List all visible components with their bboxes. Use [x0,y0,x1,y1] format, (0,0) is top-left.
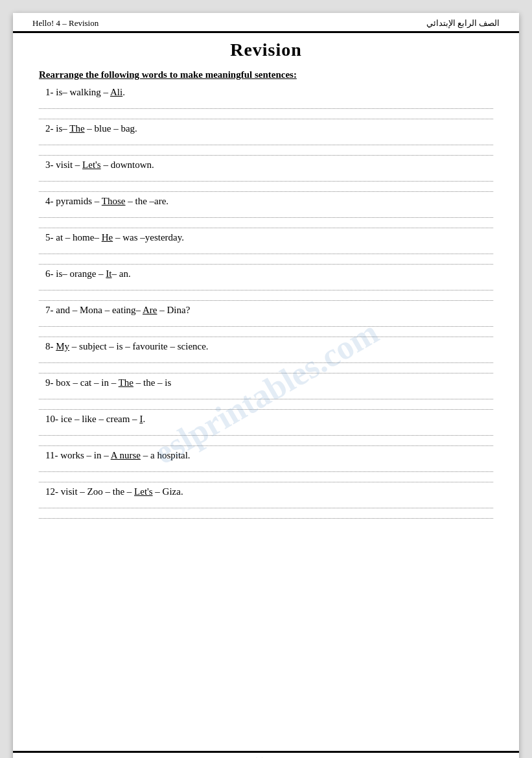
exercise-underlined: Are [143,305,157,315]
dotted-line [39,292,493,301]
exercise-underlined: The [119,377,133,388]
dotted-line [39,110,493,119]
worksheet-page: eslprintables.com Hello! 4 – Revision ال… [13,13,519,758]
dotted-answer-lines [39,427,493,446]
exercise-underlined: Ali [110,87,122,97]
exercise-text: is– orange – [56,268,106,279]
exercise-text: is– [56,123,69,134]
dotted-answer-lines [39,245,493,265]
footer: The Ghost Series (1) Mr. Mohamed Salah [13,751,519,758]
exercise-underlined: My [56,341,69,351]
exercise-line: 7- and – Mona – eating– Are – Dina? [39,305,493,316]
exercise-line: 1- is– walking – Ali. [39,87,493,98]
dotted-line [39,219,493,228]
exercise-rest: – a hospital. [141,450,191,460]
exercise-text: visit – [56,160,82,170]
exercise-rest: – the –are. [125,196,168,206]
exercise-item: 5- at – home– He – was –yesterday. [39,232,493,265]
dotted-answer-lines [39,499,493,519]
exercise-number: 11- [45,450,60,460]
exercise-text: works – in – [60,450,111,460]
exercise-rest: . [143,414,145,424]
dotted-line [39,364,493,373]
exercise-line: 11- works – in – A nurse – a hospital. [39,450,493,461]
exercise-text: at – home– [56,232,101,243]
main-content: Revision Rearrange the following words t… [13,33,519,529]
exercise-item: 10- ice – like – cream – I. [39,414,493,446]
exercise-rest: . [122,87,125,97]
dotted-line [39,473,493,482]
exercise-number: 1- [45,87,56,97]
dotted-line [39,510,493,519]
exercise-number: 5- [45,232,56,243]
exercise-underlined: A nurse [111,450,141,460]
exercise-number: 3- [45,160,56,170]
exercise-text: ice – like – cream – [61,414,140,424]
exercise-number: 10- [45,414,61,424]
exercise-item: 6- is– orange – It– an. [39,268,493,301]
exercise-rest: – Giza. [153,486,183,497]
dotted-line [39,281,493,290]
dotted-answer-lines [39,100,493,119]
exercises-list: 1- is– walking – Ali.2- is– The – blue –… [39,87,493,519]
exercise-item: 4- pyramids – Those – the –are. [39,196,493,228]
dotted-answer-lines [39,463,493,482]
exercise-underlined: Let's [134,486,153,497]
dotted-line [39,136,493,145]
dotted-line [39,245,493,254]
instruction: Rearrange the following words to make me… [39,69,493,80]
dotted-line [39,147,493,156]
dotted-line [39,328,493,337]
exercise-item: 3- visit – Let's – downtown. [39,160,493,192]
exercise-rest: – an. [112,268,131,279]
exercise-item: 11- works – in – A nurse – a hospital. [39,450,493,482]
dotted-answer-lines [39,354,493,373]
exercise-line: 8- My – subject – is – favourite – scien… [39,341,493,352]
dotted-line [39,401,493,410]
exercise-number: 4- [45,196,56,206]
dotted-line [39,255,493,265]
header: Hello! 4 – Revision الصف الرابع الإبتدائ… [13,13,519,33]
dotted-line [39,499,493,508]
exercise-number: 12- [45,486,61,497]
exercise-item: 8- My – subject – is – favourite – scien… [39,341,493,373]
exercise-number: 8- [45,341,56,351]
dotted-line [39,437,493,446]
exercise-item: 1- is– walking – Ali. [39,87,493,119]
exercise-line: 12- visit – Zoo – the – Let's – Giza. [39,486,493,497]
dotted-answer-lines [39,136,493,156]
dotted-answer-lines [39,209,493,228]
exercise-text: is– walking – [56,87,110,97]
exercise-text: box – cat – in – [56,377,118,388]
exercise-item: 9- box – cat – in – The – the – is [39,377,493,410]
dotted-line [39,183,493,192]
header-right: الصف الرابع الإبتدائي [426,18,500,29]
exercise-line: 2- is– The – blue – bag. [39,123,493,134]
dotted-answer-lines [39,172,493,192]
exercise-item: 2- is– The – blue – bag. [39,123,493,156]
dotted-line [39,354,493,363]
exercise-number: 6- [45,268,56,279]
exercise-line: 10- ice – like – cream – I. [39,414,493,425]
exercise-line: 9- box – cat – in – The – the – is [39,377,493,388]
dotted-answer-lines [39,318,493,337]
exercise-rest: – downtown. [101,160,154,170]
exercise-rest: – Dina? [157,305,190,315]
dotted-line [39,427,493,436]
exercise-item: 7- and – Mona – eating– Are – Dina? [39,305,493,337]
dotted-answer-lines [39,281,493,301]
dotted-line [39,390,493,399]
exercise-text: and – Mona – eating– [56,305,143,315]
dotted-line [39,209,493,218]
dotted-line [39,172,493,182]
page-title: Revision [39,40,493,60]
exercise-rest: – blue – bag. [85,123,137,134]
exercise-line: 5- at – home– He – was –yesterday. [39,232,493,243]
exercise-line: 6- is– orange – It– an. [39,268,493,279]
exercise-underlined: It [106,268,111,279]
header-left: Hello! 4 – Revision [32,18,98,29]
exercise-text: visit – Zoo – the – [61,486,134,497]
exercise-line: 3- visit – Let's – downtown. [39,160,493,171]
exercise-item: 12- visit – Zoo – the – Let's – Giza. [39,486,493,519]
exercise-rest: – the – is [133,377,171,388]
